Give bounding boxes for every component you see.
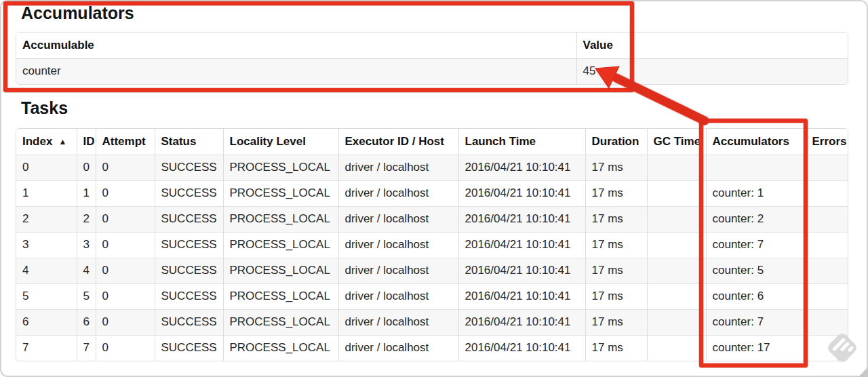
cell-attempt: 0 xyxy=(96,180,155,206)
cell-accumulators: counter: 1 xyxy=(706,180,806,206)
tasks-table: Index▲IDAttemptStatusLocality LevelExecu… xyxy=(16,128,848,361)
cell-executor-id-host: driver / localhost xyxy=(338,258,458,283)
accumulators-section-title: Accumulators xyxy=(21,4,134,22)
cell-launch-time: 2016/04/21 10:10:41 xyxy=(458,335,585,361)
cell-accumulable: counter xyxy=(16,58,576,84)
cell-errors xyxy=(806,232,848,258)
cell-attempt: 0 xyxy=(96,155,155,180)
cell-status: SUCCESS xyxy=(155,309,223,335)
accumulators-table: AccumulableValuecounter45 xyxy=(16,32,848,85)
cell-status: SUCCESS xyxy=(155,155,223,180)
cell-launch-time: 2016/04/21 10:10:41 xyxy=(458,180,585,206)
cell-status: SUCCESS xyxy=(155,232,223,258)
cell-status: SUCCESS xyxy=(155,206,223,232)
cell-index: 5 xyxy=(16,283,77,309)
cell-id: 4 xyxy=(77,258,96,283)
cell-attempt: 0 xyxy=(96,232,155,258)
cell-locality-level: PROCESS_LOCAL xyxy=(223,206,338,232)
cell-duration: 17 ms xyxy=(585,309,647,335)
cell-executor-id-host: driver / localhost xyxy=(338,309,458,335)
cell-status: SUCCESS xyxy=(155,180,223,206)
header-row: AccumulableValue xyxy=(16,33,848,58)
cell-locality-level: PROCESS_LOCAL xyxy=(223,155,338,180)
cell-accumulators: counter: 2 xyxy=(706,206,806,232)
cell-index: 7 xyxy=(16,335,77,361)
cell-gc-time xyxy=(647,232,706,258)
cell-duration: 17 ms xyxy=(585,206,647,232)
table-row: 330SUCCESSPROCESS_LOCALdriver / localhos… xyxy=(16,232,848,258)
column-header-duration[interactable]: Duration xyxy=(585,129,647,155)
cell-id: 5 xyxy=(77,283,96,309)
table-row: 660SUCCESSPROCESS_LOCALdriver / localhos… xyxy=(16,309,848,335)
cell-attempt: 0 xyxy=(96,206,155,232)
cell-launch-time: 2016/04/21 10:10:41 xyxy=(458,309,585,335)
cell-id: 0 xyxy=(77,155,96,180)
table-row: 220SUCCESSPROCESS_LOCALdriver / localhos… xyxy=(16,206,848,232)
column-header-value: Value xyxy=(576,33,848,58)
column-header-gc-time[interactable]: GC Time xyxy=(647,129,706,155)
cell-id: 7 xyxy=(77,335,96,361)
column-header-accumulators[interactable]: Accumulators xyxy=(706,129,806,155)
cell-id: 1 xyxy=(77,180,96,206)
cell-errors xyxy=(806,309,848,335)
cell-launch-time: 2016/04/21 10:10:41 xyxy=(458,283,585,309)
column-header-errors[interactable]: Errors xyxy=(806,129,848,155)
cell-status: SUCCESS xyxy=(155,335,223,361)
cell-accumulators: counter: 5 xyxy=(706,258,806,283)
cell-executor-id-host: driver / localhost xyxy=(338,180,458,206)
cell-duration: 17 ms xyxy=(585,283,647,309)
cell-duration: 17 ms xyxy=(585,155,647,180)
cell-id: 2 xyxy=(77,206,96,232)
cell-locality-level: PROCESS_LOCAL xyxy=(223,309,338,335)
cell-errors xyxy=(806,258,848,283)
cell-errors xyxy=(806,206,848,232)
cell-id: 3 xyxy=(77,232,96,258)
cell-accumulators: counter: 7 xyxy=(706,309,806,335)
cell-index: 6 xyxy=(16,309,77,335)
cell-gc-time xyxy=(647,180,706,206)
cell-status: SUCCESS xyxy=(155,258,223,283)
cell-errors xyxy=(806,155,848,180)
cell-index: 3 xyxy=(16,232,77,258)
cell-duration: 17 ms xyxy=(585,258,647,283)
cell-index: 2 xyxy=(16,206,77,232)
cell-status: SUCCESS xyxy=(155,283,223,309)
table-row: 550SUCCESSPROCESS_LOCALdriver / localhos… xyxy=(16,283,848,309)
cell-gc-time xyxy=(647,309,706,335)
column-header-status[interactable]: Status xyxy=(155,129,223,155)
cell-launch-time: 2016/04/21 10:10:41 xyxy=(458,258,585,283)
cell-accumulators xyxy=(706,155,806,180)
column-header-attempt[interactable]: Attempt xyxy=(96,129,155,155)
cell-executor-id-host: driver / localhost xyxy=(338,232,458,258)
cell-locality-level: PROCESS_LOCAL xyxy=(223,283,338,309)
cell-duration: 17 ms xyxy=(585,232,647,258)
cell-launch-time: 2016/04/21 10:10:41 xyxy=(458,232,585,258)
column-header-id[interactable]: ID xyxy=(77,129,96,155)
column-header-executor-id-host[interactable]: Executor ID / Host xyxy=(338,129,458,155)
sort-ascending-icon: ▲ xyxy=(58,137,66,146)
cell-index: 1 xyxy=(16,180,77,206)
cell-value: 45 xyxy=(576,58,848,84)
cell-accumulators: counter: 7 xyxy=(706,232,806,258)
header-row: Index▲IDAttemptStatusLocality LevelExecu… xyxy=(16,129,848,155)
column-header-locality-level[interactable]: Locality Level xyxy=(223,129,338,155)
column-header-launch-time[interactable]: Launch Time xyxy=(458,129,585,155)
cell-gc-time xyxy=(647,258,706,283)
cell-attempt: 0 xyxy=(96,335,155,361)
cell-gc-time xyxy=(647,155,706,180)
cell-locality-level: PROCESS_LOCAL xyxy=(223,180,338,206)
cell-locality-level: PROCESS_LOCAL xyxy=(223,258,338,283)
cell-executor-id-host: driver / localhost xyxy=(338,283,458,309)
cell-errors xyxy=(806,283,848,309)
cell-attempt: 0 xyxy=(96,283,155,309)
cell-index: 4 xyxy=(16,258,77,283)
cell-executor-id-host: driver / localhost xyxy=(338,335,458,361)
corner-shape xyxy=(859,367,868,377)
cell-errors xyxy=(806,180,848,206)
table-row: 770SUCCESSPROCESS_LOCALdriver / localhos… xyxy=(16,335,848,361)
cell-accumulators: counter: 17 xyxy=(706,335,806,361)
column-header-index[interactable]: Index▲ xyxy=(16,129,77,155)
cell-launch-time: 2016/04/21 10:10:41 xyxy=(458,155,585,180)
cell-locality-level: PROCESS_LOCAL xyxy=(223,232,338,258)
cell-attempt: 0 xyxy=(96,258,155,283)
